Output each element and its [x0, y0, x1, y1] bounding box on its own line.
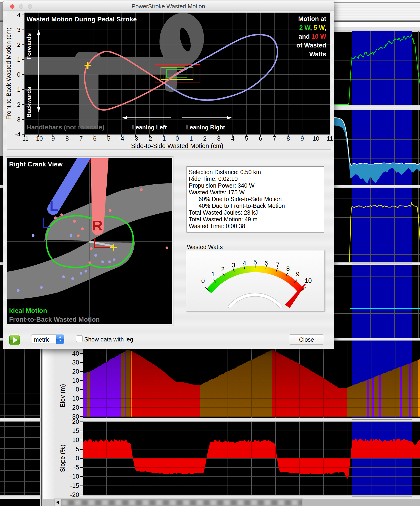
svg-text:1: 1 — [189, 135, 193, 142]
svg-text:-5: -5 — [73, 464, 79, 471]
svg-text:0: 0 — [17, 71, 20, 78]
svg-text:Handlebars (not to scale): Handlebars (not to scale) — [27, 124, 105, 131]
svg-text:-15: -15 — [70, 482, 79, 489]
svg-text:-10: -10 — [70, 395, 79, 402]
svg-text:2 W, 5 W,: 2 W, 5 W, — [299, 24, 326, 31]
svg-text:40: 40 — [72, 350, 79, 357]
svg-text:11: 11 — [327, 135, 333, 142]
svg-text:-20: -20 — [70, 404, 79, 411]
svg-text:4: 4 — [17, 11, 20, 18]
svg-text:3: 3 — [232, 262, 235, 269]
svg-text:-1: -1 — [15, 86, 20, 93]
svg-text:Front-to-Back Wasted Motion (c: Front-to-Back Wasted Motion (cm) — [5, 27, 12, 120]
svg-text:9: 9 — [300, 135, 304, 142]
svg-text:Ideal Motion: Ideal Motion — [9, 307, 47, 314]
svg-text:L: L — [50, 198, 58, 214]
svg-text:7: 7 — [276, 261, 279, 268]
svg-text:8: 8 — [286, 265, 290, 272]
svg-text:-6: -6 — [91, 135, 96, 142]
svg-text:15: 15 — [72, 427, 79, 434]
svg-text:Backwards: Backwards — [26, 87, 32, 118]
svg-text:-7: -7 — [77, 135, 83, 142]
svg-text:Elev (m): Elev (m) — [59, 384, 66, 407]
svg-text:-2: -2 — [147, 135, 152, 142]
svg-text:-3: -3 — [133, 135, 138, 142]
svg-text:-1: -1 — [160, 135, 166, 142]
svg-text:Motion at: Motion at — [298, 15, 326, 22]
svg-text:Front-to-Back Wasted Motion: Front-to-Back Wasted Motion — [9, 316, 100, 323]
svg-text:5: 5 — [76, 446, 79, 453]
svg-text:0: 0 — [76, 455, 79, 462]
svg-text:5: 5 — [245, 135, 248, 142]
svg-text:-20: -20 — [70, 491, 79, 498]
svg-text:3: 3 — [217, 135, 220, 142]
svg-text:Leaning Left: Leaning Left — [132, 124, 167, 131]
svg-text:10: 10 — [313, 135, 320, 142]
svg-text:Forwards: Forwards — [26, 33, 32, 59]
svg-text:-3: -3 — [15, 116, 20, 123]
svg-text:10: 10 — [305, 277, 312, 284]
svg-text:Wasted Motion During Pedal Str: Wasted Motion During Pedal Stroke — [27, 16, 137, 23]
svg-text:20: 20 — [72, 418, 79, 425]
svg-text:2: 2 — [221, 266, 224, 273]
svg-text:-11: -11 — [20, 135, 29, 142]
svg-text:6: 6 — [259, 135, 262, 142]
svg-text:20: 20 — [72, 368, 79, 375]
svg-text:and 10 W: and 10 W — [299, 33, 326, 40]
svg-text:10: 10 — [72, 377, 79, 384]
svg-text:9: 9 — [296, 271, 300, 278]
svg-text:6: 6 — [264, 260, 268, 267]
svg-text:Side-to-Side Wasted Motion (cm: Side-to-Side Wasted Motion (cm) — [131, 142, 224, 149]
svg-text:3: 3 — [17, 26, 20, 33]
svg-text:7: 7 — [273, 135, 276, 142]
svg-text:0: 0 — [76, 386, 79, 393]
svg-text:R: R — [92, 217, 103, 233]
svg-text:2: 2 — [17, 41, 20, 48]
svg-text:Watts: Watts — [309, 51, 327, 58]
svg-text:-4: -4 — [15, 131, 20, 138]
svg-text:-2: -2 — [15, 101, 20, 108]
svg-text:-9: -9 — [49, 135, 55, 142]
svg-text:8: 8 — [287, 135, 290, 142]
svg-text:2: 2 — [203, 135, 207, 142]
svg-text:-4: -4 — [119, 135, 124, 142]
svg-text:-10: -10 — [70, 473, 79, 480]
svg-text:-5: -5 — [105, 135, 110, 142]
svg-text:of Wasted: of Wasted — [296, 42, 326, 49]
svg-text:-8: -8 — [63, 135, 69, 142]
svg-text:Leaning Right: Leaning Right — [186, 124, 225, 131]
svg-text:1: 1 — [211, 271, 215, 278]
svg-text:-10: -10 — [34, 135, 43, 142]
svg-text:5: 5 — [253, 259, 257, 266]
svg-text:30: 30 — [72, 359, 79, 366]
svg-text:0: 0 — [201, 277, 205, 284]
svg-text:4: 4 — [243, 260, 246, 267]
svg-text:10: 10 — [72, 436, 79, 443]
svg-text:1: 1 — [17, 56, 20, 63]
svg-text:0: 0 — [176, 135, 179, 142]
svg-text:Slope (%): Slope (%) — [59, 445, 66, 472]
svg-text:4: 4 — [231, 135, 234, 142]
svg-text:Right Crank View: Right Crank View — [9, 161, 63, 168]
